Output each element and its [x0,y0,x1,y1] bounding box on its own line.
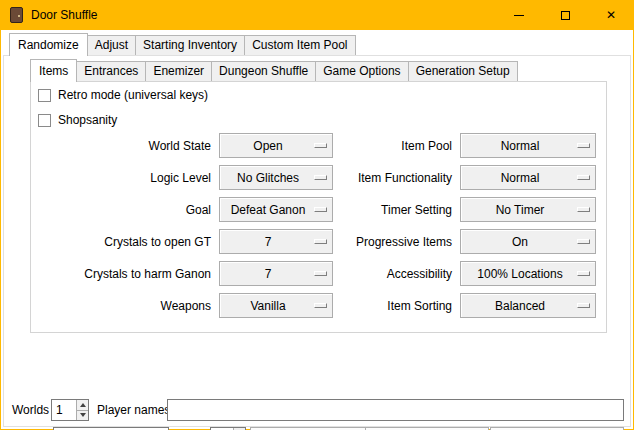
goal-dropdown[interactable]: Defeat Ganon [219,197,333,222]
door-shuffle-window: Door Shuffle ✕ Randomize Adjust Starting… [0,0,634,430]
shopsanity-option[interactable]: Shopsanity [38,111,117,129]
tab-generation-setup[interactable]: Generation Setup [408,61,518,81]
progressive-items-dropdown[interactable]: On [460,229,596,254]
logic-level-label: Logic Level [35,171,211,185]
crystals-harm-ganon-dropdown[interactable]: 7 [219,261,333,286]
retro-mode-checkbox[interactable] [38,89,51,102]
close-icon: ✕ [606,9,616,21]
dropdown-indicator-icon [314,303,327,308]
accessibility-label: Accessibility [341,267,452,281]
player-names-input[interactable] [167,399,624,421]
tab-entrances[interactable]: Entrances [76,61,146,81]
shopsanity-label: Shopsanity [58,113,117,127]
window-title: Door Shuffle [31,8,98,22]
spin-down-button[interactable] [76,410,88,421]
titlebar[interactable]: Door Shuffle ✕ [0,0,634,30]
worlds-spin-buttons [76,400,88,420]
retro-mode-label: Retro mode (universal keys) [58,88,208,102]
accessibility-value: 100% Locations [477,267,562,281]
dropdown-indicator-icon [577,175,590,180]
tab-enemizer[interactable]: Enemizer [145,61,212,81]
world-state-dropdown[interactable]: Open [219,133,333,158]
dropdown-indicator-icon [314,271,327,276]
timer-setting-dropdown[interactable]: No Timer [460,197,596,222]
dropdown-indicator-icon [577,143,590,148]
dropdown-indicator-icon [314,239,327,244]
top-tab-bar: Randomize Adjust Starting Inventory Cust… [9,33,356,55]
randomize-tab-pane: Items Entrances Enemizer Dungeon Shuffle… [3,55,631,427]
inner-tab-bar: Items Entrances Enemizer Dungeon Shuffle… [30,59,518,81]
logic-level-value: No Glitches [237,171,299,185]
window-controls: ✕ [496,0,634,30]
spin-up-icon [80,403,86,407]
dropdown-indicator-icon [577,303,590,308]
minimize-icon [514,15,524,16]
logic-level-dropdown[interactable]: No Glitches [219,165,333,190]
accessibility-dropdown[interactable]: 100% Locations [460,261,596,286]
worlds-value: 1 [56,400,75,420]
worlds-label: Worlds [12,399,49,421]
crystals-open-gt-label: Crystals to open GT [35,235,211,249]
progressive-items-label: Progressive Items [341,235,452,249]
maximize-icon [561,11,570,20]
dropdown-indicator-icon [577,271,590,276]
tab-game-options[interactable]: Game Options [315,61,408,81]
player-names-label: Player names [97,399,170,421]
spin-down-icon [80,413,86,417]
worlds-spinbox[interactable]: 1 [51,399,89,421]
timer-setting-label: Timer Setting [341,203,452,217]
weapons-value: Vanilla [250,299,285,313]
tab-dungeon-shuffle[interactable]: Dungeon Shuffle [211,61,316,81]
maximize-button[interactable] [542,0,588,30]
tab-starting-inventory[interactable]: Starting Inventory [135,35,245,55]
item-functionality-value: Normal [501,171,540,185]
tab-custom-item-pool[interactable]: Custom Item Pool [244,35,355,55]
tab-items[interactable]: Items [30,59,77,82]
progressive-items-value: On [512,235,528,249]
dropdown-indicator-icon [577,207,590,212]
item-pool-value: Normal [501,139,540,153]
minimize-button[interactable] [496,0,542,30]
shopsanity-checkbox[interactable] [38,114,51,127]
settings-grid: World State Open Item Pool Normal Logic … [35,133,596,318]
item-sorting-dropdown[interactable]: Balanced [460,293,596,318]
item-pool-dropdown[interactable]: Normal [460,133,596,158]
world-state-label: World State [35,139,211,153]
crystals-open-gt-value: 7 [265,235,272,249]
item-sorting-label: Item Sorting [341,299,452,313]
dropdown-indicator-icon [577,239,590,244]
item-functionality-label: Item Functionality [341,171,452,185]
weapons-dropdown[interactable]: Vanilla [219,293,333,318]
item-pool-label: Item Pool [341,139,452,153]
dropdown-indicator-icon [314,143,327,148]
retro-mode-option[interactable]: Retro mode (universal keys) [38,86,208,104]
tab-adjust[interactable]: Adjust [87,35,136,55]
tab-randomize[interactable]: Randomize [9,33,88,56]
spin-up-button[interactable] [76,400,88,410]
timer-setting-value: No Timer [496,203,545,217]
item-sorting-value: Balanced [495,299,545,313]
dropdown-indicator-icon [314,175,327,180]
world-state-value: Open [253,139,282,153]
weapons-label: Weapons [35,299,211,313]
crystals-open-gt-dropdown[interactable]: 7 [219,229,333,254]
close-button[interactable]: ✕ [588,0,634,30]
item-functionality-dropdown[interactable]: Normal [460,165,596,190]
door-icon [10,7,23,23]
goal-value: Defeat Ganon [231,203,306,217]
dropdown-indicator-icon [314,207,327,212]
crystals-harm-ganon-label: Crystals to harm Ganon [35,267,211,281]
crystals-harm-ganon-value: 7 [265,267,272,281]
client-area: Randomize Adjust Starting Inventory Cust… [1,30,633,429]
items-tab-pane: Retro mode (universal keys) Shopsanity W… [30,81,607,333]
goal-label: Goal [35,203,211,217]
